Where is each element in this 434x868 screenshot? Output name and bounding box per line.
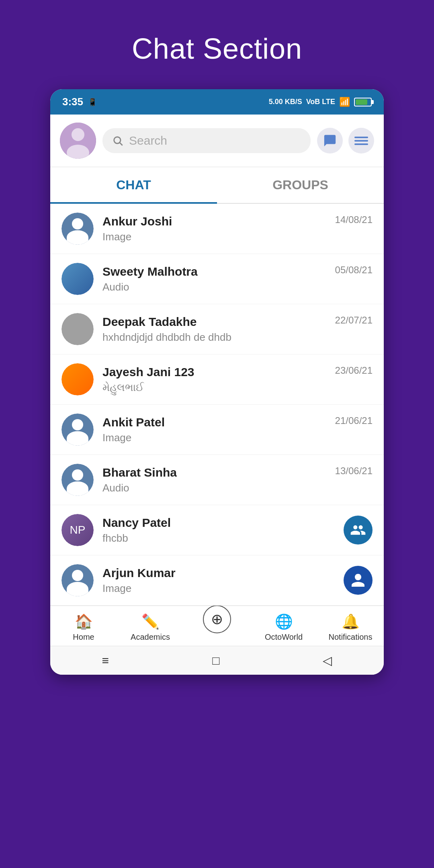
avatar [61, 213, 94, 245]
contact-name: Ankit Patel [102, 416, 335, 429]
system-nav: ≡ □ ◁ [50, 646, 384, 675]
signal-icon: 📶 [339, 97, 350, 107]
contact-name: Nancy Patel [102, 516, 344, 530]
avatar [61, 363, 94, 395]
user-avatar[interactable] [60, 123, 96, 159]
contact-name: Arjun Kumar [102, 566, 344, 580]
contact-name: Sweety Malhotra [102, 265, 335, 278]
chat-bubble-button[interactable] [317, 128, 343, 154]
avatar [61, 263, 94, 295]
list-item[interactable]: Arjun Kumar Image [50, 555, 384, 606]
nav-octoworld[interactable]: 🌐 OctoWorld [250, 613, 317, 642]
orange-avatar [61, 363, 94, 395]
avatar [61, 313, 94, 345]
list-item[interactable]: Ankit Patel Image 21/06/21 [50, 405, 384, 455]
chat-content: Bharat Sinha Audio [102, 466, 335, 494]
message-time: 23/06/21 [335, 363, 373, 376]
message-time: 21/06/21 [335, 414, 373, 426]
status-right: 5.00 KB/S VoB LTE 📶 [269, 97, 372, 107]
avatar [61, 414, 94, 446]
message-preview: Audio [102, 281, 335, 293]
status-bar: 3:35 📱 5.00 KB/S VoB LTE 📶 [50, 89, 384, 115]
search-icon [112, 135, 123, 146]
status-left: 3:35 📱 [62, 96, 97, 108]
default-avatar [61, 213, 94, 245]
message-preview: Image [102, 582, 344, 595]
message-preview: Image [102, 231, 335, 243]
list-item[interactable]: Bharat Sinha Audio 13/06/21 [50, 455, 384, 505]
status-time: 3:35 [62, 96, 83, 108]
chat-content: Ankur Joshi Image [102, 215, 335, 243]
contact-name: Bharat Sinha [102, 466, 335, 479]
default-avatar [61, 564, 94, 596]
notifications-label: Notifications [329, 633, 373, 642]
message-time: 14/08/21 [335, 213, 373, 225]
menu-button[interactable] [348, 128, 374, 154]
tabs: CHAT GROUPS [50, 167, 384, 204]
avatar: NP [61, 514, 94, 546]
bottom-nav: 🏠 Home ✏️ Academics ⊕ 🌐 OctoWorld 🔔 Noti… [50, 606, 384, 646]
chat-content: Sweety Malhotra Audio [102, 265, 335, 293]
chat-content: Deepak Tadakhe hxhdndjdjd dhdbdh de dhdb [102, 315, 335, 344]
system-menu-button[interactable]: ≡ [102, 654, 109, 667]
chat-content: Nancy Patel fhcbb [102, 516, 344, 545]
chat-content: Arjun Kumar Image [102, 566, 344, 595]
list-item[interactable]: Sweety Malhotra Audio 05/08/21 [50, 254, 384, 304]
notifications-icon: 🔔 [342, 613, 360, 630]
message-time: 05/08/21 [335, 263, 373, 276]
person-fab-button[interactable] [344, 566, 373, 595]
list-item[interactable]: NP Nancy Patel fhcbb [50, 505, 384, 555]
svg-line-4 [120, 143, 122, 145]
list-item[interactable]: Ankur Joshi Image 14/08/21 [50, 204, 384, 254]
gray-avatar [61, 313, 94, 345]
home-label: Home [73, 633, 94, 642]
battery-icon [354, 98, 372, 106]
octoworld-icon: 🌐 [275, 613, 293, 630]
chat-content: Ankit Patel Image [102, 416, 335, 444]
svg-rect-7 [354, 143, 368, 145]
chat-content: Jayesh Jani 123 મેહુલભાઈ [102, 365, 335, 394]
header-actions [317, 128, 374, 154]
octoworld-label: OctoWorld [265, 633, 303, 642]
nav-academics[interactable]: ✏️ Academics [117, 613, 184, 642]
network-type: VoB LTE [306, 98, 335, 106]
message-preview: મેહુલભાઈ [102, 381, 335, 394]
message-preview: Audio [102, 482, 335, 494]
avatar [61, 564, 94, 596]
contact-name: Ankur Joshi [102, 215, 335, 228]
home-icon: 🏠 [75, 613, 93, 630]
search-placeholder: Search [129, 134, 167, 147]
message-time: 13/06/21 [335, 464, 373, 477]
nav-home[interactable]: 🏠 Home [50, 613, 117, 642]
network-speed: 5.00 KB/S [269, 98, 302, 106]
phone-frame: 3:35 📱 5.00 KB/S VoB LTE 📶 Searc [50, 89, 384, 675]
message-preview: hxhdndjdjd dhdbdh de dhdb [102, 331, 335, 344]
search-bar[interactable]: Search [102, 128, 311, 153]
status-sim-icon: 📱 [88, 98, 97, 106]
svg-rect-5 [354, 137, 368, 138]
tab-groups[interactable]: GROUPS [217, 167, 384, 203]
message-preview: Image [102, 432, 335, 444]
chat-list: Ankur Joshi Image 14/08/21 Sweety Malhot… [50, 204, 384, 606]
svg-point-3 [114, 137, 121, 143]
photo-avatar: NP [61, 514, 94, 546]
message-preview: fhcbb [102, 532, 344, 545]
list-item[interactable]: Jayesh Jani 123 મેહુલભાઈ 23/06/21 [50, 354, 384, 405]
system-back-button[interactable]: ◁ [323, 653, 332, 667]
default-avatar [61, 414, 94, 446]
academics-icon: ✏️ [141, 613, 160, 630]
tree-avatar [61, 263, 94, 295]
svg-rect-6 [354, 140, 368, 142]
list-item[interactable]: Deepak Tadakhe hxhdndjdjd dhdbdh de dhdb… [50, 304, 384, 354]
svg-point-1 [72, 128, 84, 141]
nav-plus[interactable]: ⊕ [184, 613, 250, 642]
academics-label: Academics [131, 633, 170, 642]
contact-name: Deepak Tadakhe [102, 315, 335, 329]
system-home-button[interactable]: □ [212, 654, 219, 667]
group-fab-button[interactable] [344, 516, 373, 545]
page-title: Chat Section [132, 32, 302, 65]
nav-notifications[interactable]: 🔔 Notifications [317, 613, 384, 642]
app-header: Search [50, 115, 384, 167]
message-time: 22/07/21 [335, 313, 373, 326]
tab-chat[interactable]: CHAT [50, 167, 217, 203]
